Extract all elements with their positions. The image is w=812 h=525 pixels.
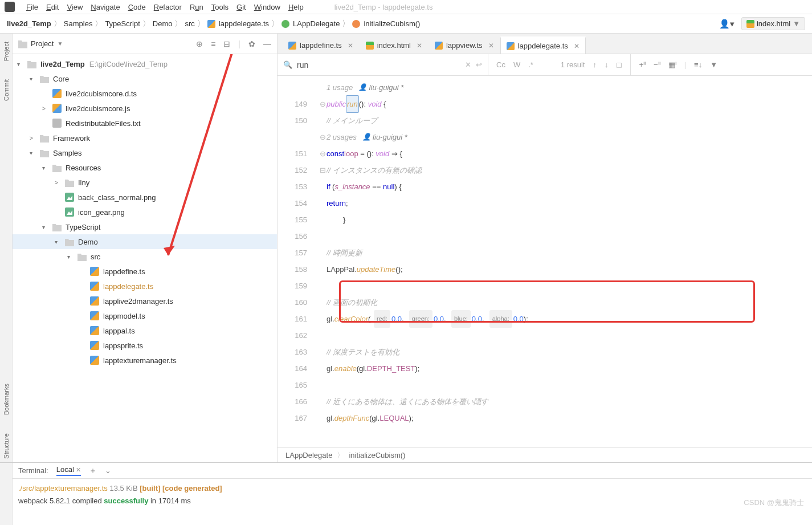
run-config-selector[interactable]: index.html ▼	[741, 17, 805, 30]
tree-node[interactable]: lapptexturemanager.ts	[13, 353, 277, 368]
add-selection-icon[interactable]: +ᴵᴵ	[639, 60, 646, 69]
select-occurrences-icon[interactable]: ▦ᴵ	[668, 60, 676, 69]
tree-root[interactable]: ▾ live2d_Temp E:\gitCode\live2d_Temp	[13, 56, 277, 71]
find-input[interactable]	[297, 60, 460, 70]
bc-src[interactable]: src	[185, 19, 194, 28]
menu-code[interactable]: Code	[128, 3, 146, 11]
tree-node[interactable]: lappdelegate.ts	[13, 279, 277, 294]
next-match-icon[interactable]: ↓	[605, 60, 609, 69]
menu-window[interactable]: Window	[254, 3, 280, 11]
tree-node[interactable]: >Ilny	[13, 175, 277, 190]
history-icon[interactable]: ↩	[476, 60, 482, 69]
project-view-label[interactable]: Project	[31, 39, 54, 48]
remove-selection-icon[interactable]: −ᴵᴵ	[654, 60, 660, 69]
editor-tab[interactable]: lappdelegate.ts✕	[500, 36, 586, 54]
tree-node-label: lappdefine.ts	[103, 267, 145, 276]
menu-run[interactable]: Run	[190, 3, 203, 11]
editor-tab[interactable]: lappview.ts✕	[429, 36, 500, 54]
tool-tab-bookmarks[interactable]: Bookmarks	[2, 380, 11, 418]
tree-node[interactable]: ▾Samples	[13, 145, 277, 160]
menu-file[interactable]: File	[26, 3, 38, 11]
close-tab-icon[interactable]: ✕	[417, 42, 422, 50]
divider: |	[684, 60, 686, 69]
bc-file[interactable]: lappdelegate.ts	[219, 19, 269, 28]
tree-node[interactable]: lapplive2dmanager.ts	[13, 294, 277, 308]
hide-icon[interactable]: —	[263, 39, 271, 48]
tree-node[interactable]: ▾TypeScript	[13, 219, 277, 234]
term-line: webpack 5.82.1 compiled	[18, 496, 104, 505]
editor-tabs: lappdefine.ts✕index.html✕lappview.ts✕lap…	[278, 34, 812, 54]
tree-node[interactable]: ▾Resources	[13, 160, 277, 175]
close-tab-icon[interactable]: ✕	[488, 42, 494, 50]
tree-node[interactable]: back_class_normal.png	[13, 190, 277, 205]
crumb-class[interactable]: LAppDelegate	[285, 451, 332, 459]
expand-icon[interactable]: ≡	[211, 39, 215, 48]
js-icon	[52, 104, 62, 113]
match-case-icon[interactable]: Cc	[496, 60, 505, 69]
tree-node[interactable]: ▾Demo	[13, 234, 277, 249]
terminal-tab-local[interactable]: Local ✕	[56, 465, 81, 476]
tool-tab-structure[interactable]: Structure	[2, 430, 11, 462]
tree-node[interactable]: lappmodel.ts	[13, 308, 277, 323]
tree-node[interactable]: RedistributableFiles.txt	[13, 116, 277, 131]
tree-node-label: src	[91, 253, 100, 261]
find-bar: 🔍 ✕ ↩ Cc W .* 1 result ↑ ↓ ◻ +ᴵᴵ −ᴵᴵ ▦ᴵ …	[278, 54, 812, 76]
tree-node[interactable]: ▾Core	[13, 71, 277, 86]
class-icon	[281, 20, 289, 28]
menu-navigate[interactable]: Navigate	[91, 3, 120, 11]
crumb-method[interactable]: initializeCubism()	[349, 451, 405, 459]
png-icon	[65, 207, 74, 217]
prev-match-icon[interactable]: ↑	[593, 60, 597, 69]
tree-node-label: Samples	[53, 149, 82, 157]
close-tab-icon[interactable]: ✕	[76, 466, 81, 473]
tree-node[interactable]: lappdefine.ts	[13, 264, 277, 279]
editor-tab[interactable]: lappdefine.ts✕	[282, 36, 360, 54]
locate-icon[interactable]: ⊕	[196, 39, 203, 48]
menu-refactor[interactable]: Refactor	[154, 3, 182, 11]
tree-node[interactable]: icon_gear.png	[13, 205, 277, 219]
bc-project[interactable]: live2d_Temp	[7, 19, 51, 28]
code-editor[interactable]: 149150 151152153154155156157158159160161…	[278, 76, 812, 447]
terminal-left-gutter	[0, 463, 13, 525]
new-terminal-icon[interactable]: ＋	[89, 466, 97, 476]
bc-class[interactable]: LAppDelegate	[293, 19, 340, 28]
bc-samples[interactable]: Samples	[64, 19, 93, 28]
bc-demo[interactable]: Demo	[153, 19, 173, 28]
tree-node[interactable]: live2dcubismcore.d.ts	[13, 86, 277, 101]
html-file-icon	[746, 20, 754, 28]
collapse-icon[interactable]: ⊟	[223, 39, 230, 48]
menu-git[interactable]: Git	[236, 3, 246, 11]
tree-node[interactable]: >Framework	[13, 131, 277, 145]
fold-column[interactable]: ⊖ ⊖⊖⊟	[319, 76, 327, 447]
words-icon[interactable]: W	[513, 60, 520, 69]
user-icon[interactable]: 👤▾	[719, 19, 735, 29]
tool-tab-project[interactable]: Project	[2, 38, 11, 64]
clear-icon[interactable]: ✕	[465, 60, 471, 69]
tree-node[interactable]: lapppal.ts	[13, 323, 277, 338]
close-tab-icon[interactable]: ✕	[574, 42, 580, 50]
menu-view[interactable]: View	[67, 3, 83, 11]
select-all-icon[interactable]: ◻	[616, 60, 622, 69]
terminal-output[interactable]: ./src/lapptexturemanager.ts 13.5 KiB [bu…	[13, 479, 812, 525]
menu-edit[interactable]: Edit	[46, 3, 59, 11]
sort-icon[interactable]: ≡↓	[694, 60, 702, 69]
ts-icon	[90, 356, 99, 365]
dir-icon	[52, 163, 62, 172]
bc-method[interactable]: initializeCubism()	[364, 19, 420, 28]
tree-node[interactable]: >live2dcubismcore.js	[13, 101, 277, 116]
tree-node[interactable]: lappsprite.ts	[13, 338, 277, 353]
tool-tab-commit[interactable]: Commit	[2, 76, 11, 104]
menu-tools[interactable]: Tools	[211, 3, 228, 11]
terminal-dropdown-icon[interactable]: ⌄	[105, 466, 111, 475]
menu-help[interactable]: Help	[288, 3, 304, 11]
regex-icon[interactable]: .*	[528, 60, 533, 69]
close-tab-icon[interactable]: ✕	[348, 42, 353, 50]
dropdown-icon[interactable]: ▼	[57, 40, 63, 47]
editor-tab[interactable]: index.html✕	[360, 36, 429, 54]
settings-icon[interactable]: ✿	[248, 39, 255, 48]
code-content[interactable]: 1 usage 👤 liu-guigui * public run(): voi…	[327, 76, 812, 447]
bc-typescript[interactable]: TypeScript	[105, 19, 140, 28]
tree-node[interactable]: ▾src	[13, 249, 277, 264]
project-tree[interactable]: ▾ live2d_Temp E:\gitCode\live2d_Temp ▾Co…	[13, 54, 277, 462]
filter-icon[interactable]: ▼	[710, 60, 717, 69]
